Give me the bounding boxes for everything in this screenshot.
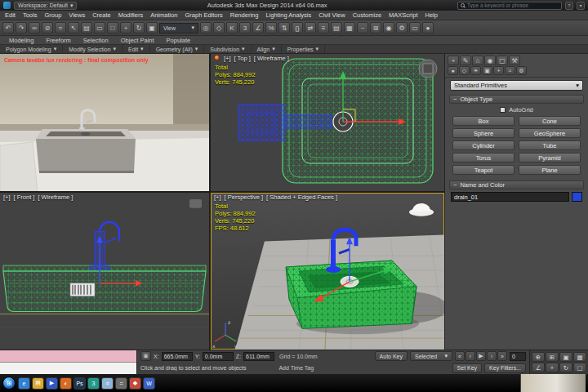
sink-wireframe-front[interactable] [3, 265, 206, 311]
curve-editor-icon[interactable]: ~ [357, 22, 368, 33]
sink-object[interactable] [286, 261, 416, 328]
render-production-icon[interactable]: ● [422, 22, 434, 33]
keyboard-override-icon[interactable]: K [226, 22, 238, 33]
zoom-extents-icon[interactable]: ▣ [559, 352, 572, 362]
viewport-shading-menu[interactable]: [ Shaded + Edged Faces ] [266, 194, 337, 201]
selected-dropdown[interactable]: Selected ▾ [410, 351, 452, 361]
named-selection-sets-icon[interactable]: {} [292, 22, 303, 33]
viewport-top[interactable]: [+] [ Top ] [ Wireframe ] Total Polys: 8… [211, 54, 444, 191]
menu-item[interactable]: Tools [23, 11, 38, 19]
taskbar-firefox-icon[interactable]: ◐ [60, 377, 72, 390]
viewport-pov-menu[interactable]: [ Top ] [234, 55, 251, 62]
mini-listener-script-line[interactable] [0, 363, 136, 374]
systems-category-icon[interactable]: ⚙ [516, 66, 527, 75]
faucet-wireframe-front[interactable] [90, 222, 119, 270]
viewport-general-menu[interactable]: [+] [3, 194, 11, 201]
autogrid-checkbox[interactable] [500, 107, 506, 113]
viewport-icon[interactable] [214, 55, 220, 60]
search-input[interactable] [467, 2, 559, 8]
spinner-snap-icon[interactable]: ⇅ [278, 22, 290, 33]
taskbar-3ds-max-icon[interactable]: 3 [87, 377, 100, 390]
object-color-swatch[interactable] [572, 192, 582, 202]
pan-icon[interactable]: + [546, 363, 559, 372]
object-type-rollout-header[interactable]: − Object Type [449, 95, 584, 104]
ribbon-tab[interactable]: Object Paint [115, 37, 160, 44]
menu-item[interactable]: Animation [150, 11, 177, 19]
ribbon-tab[interactable]: Freeform [40, 37, 76, 44]
create-tab-icon[interactable]: + [448, 56, 459, 65]
select-by-name-icon[interactable]: ▤ [81, 22, 92, 33]
shapes-category-icon[interactable]: ◇ [459, 66, 470, 75]
infocenter-search[interactable] [457, 2, 562, 10]
modify-tab-icon[interactable]: ✎ [460, 56, 471, 65]
ribbon-tab[interactable]: Selection [78, 37, 114, 44]
object-type-button[interactable]: Teapot [452, 165, 514, 175]
menu-item[interactable]: Help [425, 11, 438, 19]
name-color-rollout-header[interactable]: − Name and Color [449, 180, 584, 189]
ribbon-section[interactable]: Geometry (All) ▾ [150, 45, 205, 53]
select-and-rotate-icon[interactable]: ↻ [133, 22, 145, 33]
bind-to-space-warp-icon[interactable]: ≈ [55, 22, 66, 33]
current-frame-field[interactable] [510, 352, 526, 361]
ribbon-tab[interactable]: Modeling [3, 37, 39, 44]
app-logo-icon[interactable] [3, 2, 11, 9]
taskbar-calculator-icon[interactable]: = [115, 377, 127, 390]
object-type-button[interactable]: Box [452, 116, 514, 126]
taskbar-paint-icon[interactable]: ◆ [129, 377, 141, 390]
viewcube-home-icon[interactable] [409, 203, 434, 216]
play-icon[interactable]: ▶ [476, 351, 486, 361]
taskbar-photoshop-icon[interactable]: Ps [74, 377, 86, 390]
ribbon-section[interactable]: Align ▾ [252, 45, 282, 53]
space-warps-category-icon[interactable]: ≈ [505, 66, 515, 75]
viewport-camera[interactable]: Camera lavabo lux rendering : final comp… [0, 54, 209, 191]
motion-tab-icon[interactable]: ◉ [484, 56, 496, 65]
maximize-viewport-icon[interactable]: ▢ [573, 363, 586, 372]
go-to-start-icon[interactable]: « [455, 351, 465, 361]
menu-item[interactable]: Group [44, 11, 61, 19]
object-type-button[interactable]: GeoSphere [519, 128, 581, 138]
select-and-manipulate-icon[interactable]: ◇ [213, 22, 225, 33]
taskbar-internet-explorer-icon[interactable]: e [18, 377, 30, 390]
rectangular-selection-region-icon[interactable]: ▭ [94, 22, 105, 33]
menu-item[interactable]: Edit [5, 11, 16, 19]
menu-item[interactable]: Modifiers [118, 11, 143, 19]
ribbon-section[interactable]: Modify Selection ▾ [63, 45, 122, 53]
ribbon-section[interactable]: Properties ▾ [282, 45, 325, 53]
zoom-icon[interactable]: ⊕ [532, 352, 545, 362]
previous-frame-icon[interactable]: ‹ [466, 351, 475, 361]
object-type-button[interactable]: Tube [519, 140, 581, 150]
help-icon[interactable]: ? [565, 2, 573, 10]
menu-item[interactable]: Customize [353, 11, 381, 19]
ribbon-section[interactable]: Edit ▾ [122, 45, 150, 53]
align-icon[interactable]: ≡ [318, 22, 329, 33]
select-object-icon[interactable]: ↖ [68, 22, 79, 33]
viewport-pov-menu[interactable]: [ Perspective ] [225, 194, 264, 201]
schematic-view-icon[interactable]: ⊞ [370, 22, 381, 33]
select-and-link-icon[interactable]: ∞ [29, 22, 40, 33]
ribbon-tab[interactable]: Populate [161, 37, 197, 44]
key-filters-button[interactable]: Key Filters... [484, 363, 526, 373]
viewport-general-menu[interactable]: [+] [224, 55, 231, 62]
taskbar-word-icon[interactable]: W [143, 377, 155, 390]
unlink-selection-icon[interactable]: ⊘ [42, 22, 53, 33]
viewport-shading-menu[interactable]: [ Wireframe ] [254, 55, 289, 62]
zoom-all-icon[interactable]: ⊞ [546, 352, 559, 362]
material-editor-icon[interactable]: ◉ [383, 22, 394, 33]
primitive-category-dropdown[interactable]: Standard Primitives ▾ [450, 80, 583, 91]
menu-item[interactable]: Rendering [230, 11, 259, 19]
coord-x-field[interactable] [162, 352, 193, 361]
go-to-end-icon[interactable]: » [497, 351, 507, 361]
percent-snap-icon[interactable]: % [265, 22, 277, 33]
menu-item[interactable]: MAXScript [389, 11, 417, 19]
mini-listener-macro-line[interactable] [0, 350, 136, 363]
maxscript-mini-listener[interactable] [0, 350, 137, 374]
graphite-ribbon-icon[interactable]: ▦ [344, 22, 355, 33]
geometry-category-icon[interactable]: ● [448, 66, 458, 75]
menu-item[interactable]: Lighting Analysis [265, 11, 311, 19]
viewcube-icon[interactable] [189, 199, 202, 208]
object-type-button[interactable]: Cylinder [452, 140, 514, 150]
window-crossing-icon[interactable]: □ [107, 22, 118, 33]
layer-manager-icon[interactable]: ▤ [331, 22, 342, 33]
viewport-pov-menu[interactable]: [ Front ] [14, 194, 35, 201]
display-tab-icon[interactable]: ▢ [497, 56, 508, 65]
